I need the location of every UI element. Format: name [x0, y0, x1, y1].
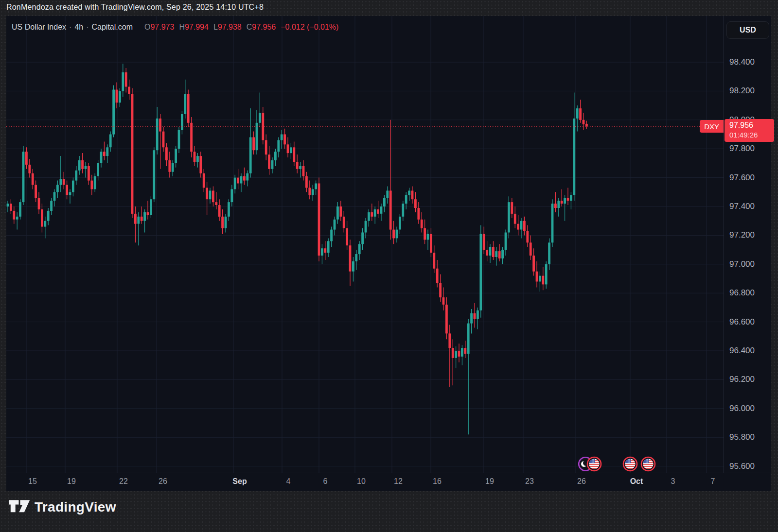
time-tick-label: 3 [658, 477, 688, 486]
time-tick-label: Sep [225, 477, 254, 486]
change-value: −0.012 (−0.01%) [281, 23, 338, 31]
time-tick-label: 19 [57, 477, 86, 486]
price-tick-label: 96.200 [729, 375, 755, 384]
price-tick-label: 97.400 [729, 202, 755, 211]
watermark-attribution: RonMendoza created with TradingView.com,… [6, 3, 264, 12]
time-tick-label: 22 [109, 477, 138, 486]
time-tick-label: 12 [384, 477, 413, 486]
price-tick-label: 96.400 [729, 346, 755, 356]
time-tick-label: 26 [148, 477, 177, 486]
price-tick-label: 96.800 [729, 288, 755, 298]
low-label: L [213, 23, 218, 31]
us-flag-icon[interactable] [640, 456, 656, 474]
interval-label[interactable]: 4h [74, 23, 83, 31]
open-value: 97.973 [150, 23, 174, 31]
price-tick-label: 95.800 [729, 432, 755, 442]
time-tick-label: 19 [475, 477, 504, 486]
bar-countdown: 01:49:26 [729, 130, 774, 140]
tradingview-logo-icon [9, 500, 30, 515]
symbol-price-line-tag: DXY [700, 120, 724, 133]
time-tick-label: 6 [311, 477, 340, 486]
close-label: C [247, 23, 252, 31]
price-tick-label: 97.200 [729, 230, 755, 240]
open-label: O [144, 23, 150, 31]
time-tick-label: 10 [347, 477, 376, 486]
time-axis[interactable]: 15192226Sep46101216192326Oct37 [6, 473, 771, 491]
ohlc-values: O97.973H97.994L97.938C97.956−0.012 (−0.0… [140, 23, 338, 31]
price-tick-label: 96.000 [729, 404, 755, 413]
chart-panel: US Dollar Index·4h·Capital.comO97.973H97… [6, 16, 771, 491]
time-tick-label: 26 [567, 477, 596, 486]
time-tick-label: 23 [515, 477, 544, 486]
time-tick-label: 4 [274, 477, 303, 486]
price-tick-label: 98.200 [729, 86, 755, 96]
last-price-value: 97.956 [729, 120, 774, 130]
currency-toggle-button[interactable]: USD [726, 21, 769, 39]
legend-separator: · [83, 23, 91, 31]
tradingview-chart-page: RonMendoza created with TradingView.com,… [0, 0, 778, 532]
price-tick-label: 95.600 [729, 462, 755, 471]
symbol-legend[interactable]: US Dollar Index·4h·Capital.comO97.973H97… [12, 23, 338, 32]
legend-separator: · [66, 23, 74, 31]
high-value: 97.994 [185, 23, 209, 31]
price-tick-label: 97.000 [729, 259, 755, 269]
tradingview-logo-text: TradingView [35, 499, 116, 515]
time-tick-label: Oct [622, 477, 651, 486]
last-price-axis-label: 97.956 01:49:26 [725, 119, 774, 142]
close-value: 97.956 [252, 23, 276, 31]
exchange-label[interactable]: Capital.com [92, 23, 133, 31]
low-value: 97.938 [218, 23, 242, 31]
tradingview-branding[interactable]: TradingView [9, 499, 116, 515]
symbol-title[interactable]: US Dollar Index [12, 23, 66, 31]
us-flag-icon[interactable] [586, 456, 602, 474]
time-tick-label: 15 [18, 477, 47, 486]
time-tick-label: 16 [423, 477, 452, 486]
price-tick-label: 97.600 [729, 173, 755, 183]
price-plot[interactable] [6, 16, 724, 473]
high-label: H [179, 23, 185, 31]
price-tick-label: 96.600 [729, 317, 755, 327]
price-tick-label: 98.400 [729, 57, 755, 67]
price-axis[interactable]: USD 97.956 01:49:26 98.40098.20098.00097… [724, 16, 771, 473]
us-flag-icon[interactable] [622, 456, 638, 474]
time-tick-label: 7 [698, 477, 727, 486]
price-tick-label: 97.800 [729, 144, 755, 154]
